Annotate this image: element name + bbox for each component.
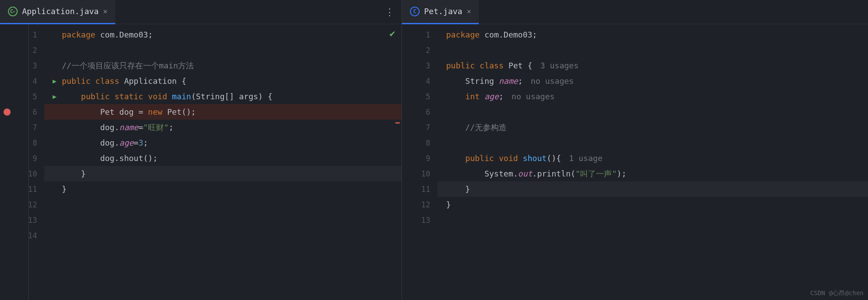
- code-line[interactable]: package com.Demo03;: [62, 27, 402, 42]
- gutter-right[interactable]: 12345678910111213: [402, 24, 437, 300]
- editor-pane-left: C▸ Application.java ✕ ⋮ 1234▶5▶678910111…: [0, 0, 402, 300]
- code-editor-left[interactable]: 1234▶5▶67891011121314 ✔ package com.Demo…: [0, 24, 402, 300]
- code-line[interactable]: public void shout(){1 usage: [446, 150, 868, 166]
- code-line[interactable]: [62, 197, 402, 212]
- code-line[interactable]: public class Application {: [62, 73, 402, 89]
- line-number[interactable]: 10: [402, 166, 437, 181]
- code-line[interactable]: System.out.println("叫了一声");: [446, 166, 868, 181]
- watermark-text: CSDN @心昂@chen: [810, 289, 864, 297]
- tab-filename: Application.java: [22, 7, 99, 16]
- code-line[interactable]: [62, 42, 402, 58]
- code-line[interactable]: [446, 212, 868, 228]
- line-number[interactable]: 14: [0, 228, 44, 243]
- close-icon[interactable]: ✕: [467, 7, 471, 15]
- code-line[interactable]: String name;no usages: [446, 73, 868, 89]
- line-number[interactable]: 13: [402, 212, 437, 228]
- line-number[interactable]: 11: [0, 181, 44, 197]
- line-number[interactable]: 13: [0, 212, 44, 228]
- class-icon: C▸: [8, 7, 18, 16]
- line-number[interactable]: 11: [402, 181, 437, 197]
- line-number[interactable]: 6: [0, 104, 44, 120]
- class-icon: C: [410, 7, 420, 16]
- code-line[interactable]: //无参构造: [446, 120, 868, 135]
- code-line[interactable]: [446, 104, 868, 120]
- tab-bar-left: C▸ Application.java ✕ ⋮: [0, 0, 402, 24]
- line-number[interactable]: 7: [402, 120, 437, 135]
- code-editor-right[interactable]: 12345678910111213 package com.Demo03;pub…: [402, 24, 868, 300]
- line-number[interactable]: 2: [402, 42, 437, 58]
- line-number[interactable]: 4: [402, 73, 437, 89]
- code-line[interactable]: int age;no usages: [446, 89, 868, 104]
- code-line[interactable]: dog.shout();: [62, 150, 402, 166]
- line-number[interactable]: 9: [402, 150, 437, 166]
- tab-filename: Pet.java: [424, 7, 462, 16]
- code-line[interactable]: [62, 228, 402, 243]
- code-line[interactable]: [62, 212, 402, 228]
- code-line[interactable]: package com.Demo03;: [446, 27, 868, 42]
- code-line[interactable]: }: [62, 181, 402, 197]
- line-number[interactable]: 9: [0, 150, 44, 166]
- line-number[interactable]: 3: [402, 58, 437, 73]
- breakpoint-icon[interactable]: [4, 109, 11, 116]
- code-line[interactable]: dog.age=3;: [62, 135, 402, 150]
- close-icon[interactable]: ✕: [103, 7, 107, 15]
- code-line[interactable]: }: [446, 181, 868, 197]
- code-line[interactable]: [446, 42, 868, 58]
- tab-application-java[interactable]: C▸ Application.java ✕: [0, 0, 115, 24]
- line-number[interactable]: 6: [402, 104, 437, 120]
- code-line[interactable]: [446, 135, 868, 150]
- gutter-left[interactable]: 1234▶5▶67891011121314: [0, 24, 44, 300]
- line-number[interactable]: 1: [402, 27, 437, 42]
- tab-pet-java[interactable]: C Pet.java ✕: [402, 0, 479, 24]
- line-number[interactable]: 4▶: [0, 73, 44, 89]
- code-line[interactable]: //一个项目应该只存在一个main方法: [62, 58, 402, 73]
- line-number[interactable]: 3: [0, 58, 44, 73]
- code-line[interactable]: public static void main(String[] args) {: [62, 89, 402, 104]
- line-number[interactable]: 12: [402, 197, 437, 212]
- code-line[interactable]: }: [446, 197, 868, 212]
- editor-pane-right: C Pet.java ✕ 12345678910111213 package c…: [402, 0, 868, 300]
- tab-bar-right: C Pet.java ✕: [402, 0, 868, 24]
- line-number[interactable]: 7: [0, 120, 44, 135]
- code-area-right[interactable]: package com.Demo03;public class Pet {3 u…: [437, 24, 868, 300]
- line-number[interactable]: 8: [0, 135, 44, 150]
- code-line[interactable]: dog.name="旺财";: [62, 120, 402, 135]
- line-number[interactable]: 2: [0, 42, 44, 58]
- code-line[interactable]: public class Pet {3 usages: [446, 58, 868, 73]
- tab-menu-icon[interactable]: ⋮: [385, 0, 394, 24]
- line-number[interactable]: 8: [402, 135, 437, 150]
- code-line[interactable]: Pet dog = new Pet();: [62, 104, 402, 120]
- line-number[interactable]: 10: [0, 166, 44, 181]
- line-number[interactable]: 5▶: [0, 89, 44, 104]
- line-number[interactable]: 12: [0, 197, 44, 212]
- line-number[interactable]: 5: [402, 89, 437, 104]
- code-line[interactable]: }: [62, 166, 402, 181]
- code-area-left[interactable]: ✔ package com.Demo03;//一个项目应该只存在一个main方法…: [44, 24, 402, 300]
- line-number[interactable]: 1: [0, 27, 44, 42]
